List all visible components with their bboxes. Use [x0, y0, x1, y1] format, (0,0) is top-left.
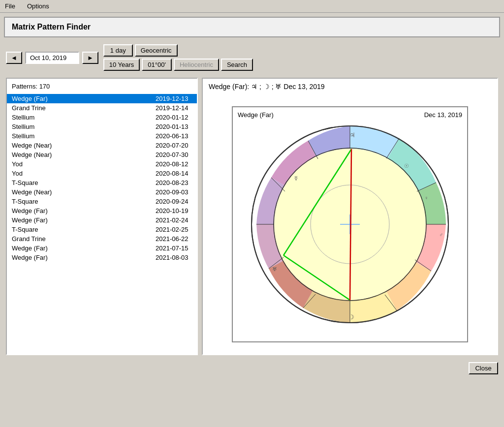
pattern-name: Wedge (Near) — [12, 188, 148, 196]
search-button[interactable]: Search — [221, 59, 253, 71]
zodiac-wheel: ♃ ☉ ♀ ♂ ♅ ☿ ☽ — [244, 119, 456, 330]
list-item[interactable]: Stellium2020-01-12 — [7, 113, 197, 122]
list-item[interactable]: Yod2020-08-14 — [7, 169, 197, 178]
pattern-date: 2020-01-13 — [148, 123, 192, 130]
list-container: Wedge (Far)2019-12-13Grand Trine2019-12-… — [7, 94, 197, 354]
chart-inner: Wedge (Far) Dec 13, 2019 — [232, 106, 468, 342]
pattern-name: T-Square — [12, 179, 148, 186]
pattern-date: 2020-08-23 — [148, 179, 192, 186]
pattern-name: Wedge (Far) — [12, 95, 148, 102]
list-item[interactable]: Stellium2020-01-13 — [7, 122, 197, 131]
geocentric-button[interactable]: Geocentric — [135, 44, 178, 57]
patterns-header: Patterns: 170 — [7, 79, 197, 94]
list-item[interactable]: Wedge (Near)2020-07-20 — [7, 141, 197, 150]
chart-header: Wedge (Far): ♃ ; ☽ ; ♅ Dec 13, 2019 — [203, 79, 497, 94]
step-controls: 1 day Geocentric 10 Years 01°00' Helioce… — [101, 44, 255, 71]
pattern-name: Wedge (Far) — [12, 207, 148, 214]
step1-button[interactable]: 1 day — [103, 44, 133, 57]
pattern-name: Stellium — [12, 132, 148, 140]
pattern-date: 2020-07-20 — [148, 142, 192, 149]
pattern-name: T-Square — [12, 198, 148, 205]
svg-text:☽: ☽ — [348, 313, 354, 321]
pattern-name: Wedge (Far) — [12, 254, 148, 261]
pattern-date: 2020-09-03 — [148, 188, 192, 196]
pattern-date: 2020-08-12 — [148, 160, 192, 168]
close-button[interactable]: Close — [469, 362, 498, 374]
list-item[interactable]: Stellium2020-06-13 — [7, 131, 197, 141]
pattern-name: Wedge (Far) — [12, 244, 148, 252]
list-item[interactable]: Wedge (Far)2021-08-03 — [7, 253, 197, 262]
list-item[interactable]: Yod2020-08-12 — [7, 159, 197, 169]
prev-date-button[interactable]: ◄ — [6, 52, 22, 64]
pattern-list[interactable]: Wedge (Far)2019-12-13Grand Trine2019-12-… — [7, 94, 197, 354]
list-item[interactable]: T-Square2020-09-24 — [7, 197, 197, 206]
pattern-name: Grand Trine — [12, 104, 148, 112]
pattern-date: 2021-02-24 — [148, 216, 192, 224]
list-item[interactable]: Wedge (Far)2019-12-13 — [7, 94, 197, 103]
title-area: Matrix Pattern Finder — [4, 17, 500, 37]
controls-area: ◄ ► 1 day Geocentric 10 Years 01°00' Hel… — [0, 41, 504, 74]
pattern-date: 2021-07-15 — [148, 244, 192, 252]
list-item[interactable]: Wedge (Far)2021-07-15 — [7, 244, 197, 253]
svg-text:☿: ☿ — [294, 175, 298, 181]
list-item[interactable]: Wedge (Near)2020-09-03 — [7, 187, 197, 197]
main-content: Patterns: 170 Wedge (Far)2019-12-13Grand… — [0, 74, 504, 359]
menu-file[interactable]: File — [3, 1, 17, 11]
pattern-name: T-Square — [12, 226, 148, 233]
pattern-name: Stellium — [12, 123, 148, 130]
list-item[interactable]: Wedge (Far)2021-02-24 — [7, 215, 197, 225]
heliocentric-button: Heliocentric — [174, 59, 219, 71]
list-item[interactable]: Grand Trine2019-12-14 — [7, 103, 197, 113]
pattern-name: Yod — [12, 170, 148, 177]
chart-inner-title: Wedge (Far) — [238, 111, 274, 119]
pattern-name: Wedge (Far) — [12, 216, 148, 224]
list-item[interactable]: Grand Trine2021-06-22 — [7, 234, 197, 244]
pattern-date: 2020-09-24 — [148, 198, 192, 205]
pattern-date: 2020-07-30 — [148, 151, 192, 158]
step2-button[interactable]: 01°00' — [142, 59, 172, 71]
duration-button[interactable]: 10 Years — [103, 59, 140, 71]
pattern-date: 2021-08-03 — [148, 254, 192, 261]
pattern-date: 2020-08-14 — [148, 170, 192, 177]
svg-text:♃: ♃ — [349, 131, 355, 139]
pattern-date: 2021-06-22 — [148, 235, 192, 243]
next-date-button[interactable]: ► — [82, 52, 98, 64]
pattern-date: 2019-12-13 — [148, 95, 192, 102]
svg-text:♀: ♀ — [424, 195, 428, 201]
app-title: Matrix Pattern Finder — [12, 23, 91, 31]
pattern-name: Yod — [12, 160, 148, 168]
list-item[interactable]: Wedge (Far)2020-10-19 — [7, 206, 197, 215]
svg-text:♂: ♂ — [439, 232, 443, 238]
chart-inner-date: Dec 13, 2019 — [424, 111, 462, 119]
pattern-date: 2020-06-13 — [148, 132, 192, 140]
bottom-bar: Close — [0, 359, 504, 377]
list-item[interactable]: T-Square2020-08-23 — [7, 178, 197, 187]
svg-text:♅: ♅ — [272, 266, 277, 272]
pattern-date: 2019-12-14 — [148, 104, 192, 112]
pattern-date: 2021-02-25 — [148, 226, 192, 233]
pattern-name: Grand Trine — [12, 235, 148, 243]
menu-options[interactable]: Options — [25, 1, 51, 11]
pattern-date: 2020-01-12 — [148, 114, 192, 121]
chart-area: Wedge (Far) Dec 13, 2019 — [203, 94, 497, 354]
date-input[interactable] — [25, 52, 79, 64]
pattern-date: 2020-10-19 — [148, 207, 192, 214]
pattern-name: Stellium — [12, 114, 148, 121]
svg-text:☉: ☉ — [404, 163, 409, 169]
list-item[interactable]: Wedge (Near)2020-07-30 — [7, 150, 197, 159]
list-item[interactable]: T-Square2021-02-25 — [7, 225, 197, 234]
pattern-name: Wedge (Near) — [12, 142, 148, 149]
menubar: File Options — [0, 0, 504, 13]
pattern-name: Wedge (Near) — [12, 151, 148, 158]
right-panel: Wedge (Far): ♃ ; ☽ ; ♅ Dec 13, 2019 Wedg… — [202, 78, 498, 355]
left-panel: Patterns: 170 Wedge (Far)2019-12-13Grand… — [6, 78, 198, 355]
